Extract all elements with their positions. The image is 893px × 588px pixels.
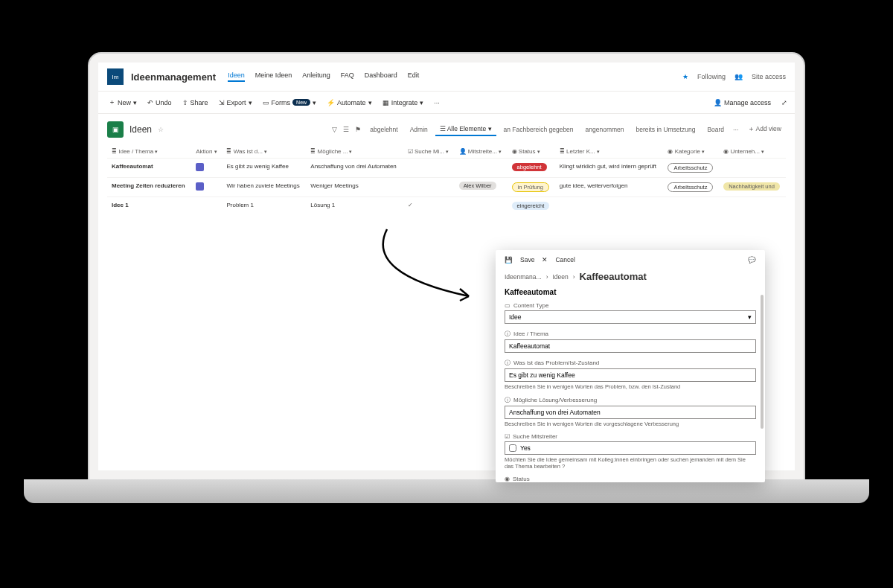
nav-edit[interactable]: Edit xyxy=(408,71,420,82)
integrate-icon: ▦ xyxy=(383,99,389,106)
forms-button[interactable]: ▭Forms New ▾ xyxy=(260,98,320,108)
status-pill: eingereicht xyxy=(512,202,550,210)
chevron-down-icon: ▾ xyxy=(368,99,372,106)
following-button[interactable]: Following xyxy=(697,73,726,80)
thema-label: ⓘIdee / Thema xyxy=(505,330,756,338)
cell-suche xyxy=(403,178,455,197)
ct-select[interactable]: Idee▾ xyxy=(505,310,756,324)
view-abgelehnt[interactable]: abgelehnt xyxy=(365,124,402,135)
person-icon: 👤 xyxy=(714,99,722,106)
lsg-hint: Beschreiben Sie in wenigen Worten die vo… xyxy=(505,421,756,427)
text-icon: ⓘ xyxy=(505,330,510,338)
site-logo[interactable]: Im xyxy=(107,68,124,85)
cell-unt xyxy=(719,197,786,215)
cell-aktion xyxy=(191,159,222,178)
nav-faq[interactable]: FAQ xyxy=(341,71,354,82)
expand-icon[interactable]: ⤢ xyxy=(781,99,787,106)
undo-button[interactable]: ↶Undo xyxy=(144,98,175,108)
text-icon: ≣ xyxy=(560,148,566,155)
cell-mit xyxy=(455,159,508,178)
cell-komm: Klingt wirklich gut, wird intern geprüft xyxy=(555,159,664,178)
cell-kat: Arbeitsschutz xyxy=(663,159,719,178)
save-icon: 💾 xyxy=(505,256,513,263)
bc-root[interactable]: Ideenmana... xyxy=(505,273,542,281)
text-icon: ⓘ xyxy=(505,396,510,404)
col-was[interactable]: ≣ Was ist d...▾ xyxy=(222,145,306,159)
nav-meine-ideen[interactable]: Meine Ideen xyxy=(255,71,292,82)
comment-icon[interactable]: 💬 xyxy=(748,256,756,263)
col-aktion[interactable]: Aktion▾ xyxy=(191,145,222,159)
yesno-icon: ☑ xyxy=(505,433,510,440)
integrate-button[interactable]: ▦Integrate ▾ xyxy=(380,98,427,108)
group-icon[interactable]: ☰ xyxy=(342,124,351,135)
lsg-label: ⓘMögliche Lösung/Verbesserung xyxy=(505,396,756,404)
problem-input[interactable]: Es gibt zu wenig Kaffee xyxy=(505,368,756,382)
person-chip[interactable]: Alex Wilber xyxy=(459,182,496,190)
new-badge: New xyxy=(292,99,310,106)
favorite-icon[interactable]: ☆ xyxy=(158,126,164,133)
thema-input[interactable]: Kaffeeautomat xyxy=(505,339,756,353)
share-button[interactable]: ⇪Share xyxy=(179,98,211,108)
cell-lsg: Lösung 1 xyxy=(306,197,403,215)
table-row[interactable]: KaffeeautomatEs gibt zu wenig KaffeeAnsc… xyxy=(107,159,786,178)
col-lsg[interactable]: ≣ Mögliche ...▾ xyxy=(306,145,403,159)
cancel-button[interactable]: Cancel xyxy=(555,256,574,263)
view-angenommen[interactable]: angenommen xyxy=(581,124,629,135)
view-board[interactable]: Board xyxy=(702,124,729,135)
site-access-button[interactable]: Site access xyxy=(752,73,786,80)
filter-icon[interactable]: ▽ xyxy=(330,124,339,135)
more-button[interactable]: ··· xyxy=(431,98,443,108)
table-row[interactable]: Meeting Zeiten reduzierenWir haben zuvie… xyxy=(107,178,786,197)
kat-pill: Arbeitsschutz xyxy=(668,182,713,192)
rules-icon[interactable]: ⚑ xyxy=(353,124,362,135)
cell-suche: ✓ xyxy=(403,197,455,215)
lsg-input[interactable]: Anschaffung von drei Automaten xyxy=(505,406,756,419)
cell-title: Idee 1 xyxy=(107,197,191,215)
teams-icon[interactable] xyxy=(196,182,204,191)
nav-anleitung[interactable]: Anleitung xyxy=(302,71,330,82)
col-suche[interactable]: ☑ Suche Mi...▾ xyxy=(403,145,455,159)
scrollbar[interactable] xyxy=(761,295,764,429)
cell-was: Wir haben zuviele Meetings xyxy=(222,178,306,197)
col-kat[interactable]: ◉ Kategorie▾ xyxy=(663,145,719,159)
more-views[interactable]: ··· xyxy=(732,124,740,135)
nav-ideen[interactable]: Ideen xyxy=(228,71,245,82)
status-pill: in Prüfung xyxy=(512,182,549,192)
col-status[interactable]: ◉ Status▾ xyxy=(508,145,555,159)
manage-access-button[interactable]: 👤Manage access xyxy=(711,98,774,108)
cell-title: Meeting Zeiten reduzieren xyxy=(107,178,191,197)
table-row[interactable]: Idee 1Problem 1Lösung 1✓eingereicht xyxy=(107,197,786,215)
cell-was: Es gibt zu wenig Kaffee xyxy=(222,159,306,178)
cell-kat: Arbeitsschutz xyxy=(663,178,719,197)
cell-lsg: Weniger Meetings xyxy=(306,178,403,197)
cell-title: Kaffeeautomat xyxy=(107,159,191,178)
view-alle-elemente[interactable]: ☰ Alle Elemente ▾ xyxy=(435,123,496,136)
share-icon: ⇪ xyxy=(182,99,188,106)
mit-checkbox[interactable]: Yes xyxy=(505,441,756,455)
export-button[interactable]: ⇲Export ▾ xyxy=(216,98,255,108)
cell-unt: Nachhaltigkeit und xyxy=(719,178,786,197)
teams-icon[interactable] xyxy=(196,163,204,171)
nav-dashboard[interactable]: Dashboard xyxy=(365,71,397,82)
text-icon: ≣ xyxy=(112,148,118,155)
automate-button[interactable]: ⚡Automate ▾ xyxy=(324,98,375,108)
top-nav: Ideen Meine Ideen Anleitung FAQ Dashboar… xyxy=(228,71,419,82)
view-admin[interactable]: Admin xyxy=(406,124,432,135)
ideas-table: ≣ Idee / Thema▾ Aktion▾ ≣ Was ist d...▾ … xyxy=(107,145,786,214)
bc-list[interactable]: Ideen xyxy=(552,273,568,281)
cell-aktion xyxy=(191,197,222,215)
view-umsetzung[interactable]: bereits in Umsetzung xyxy=(632,124,700,135)
col-mit[interactable]: 👤 Mitstreite...▾ xyxy=(455,145,508,159)
col-thema[interactable]: ≣ Idee / Thema▾ xyxy=(107,145,191,159)
chevron-down-icon: ▾ xyxy=(249,99,252,106)
col-komm[interactable]: ≣ Letzter K...▾ xyxy=(555,145,664,159)
mit-label: ☑Suche Mitstreiter xyxy=(505,433,756,440)
laptop-base xyxy=(24,479,869,503)
col-unt[interactable]: ◉ Unterneh...▾ xyxy=(719,145,786,159)
chevron-down-icon: ▾ xyxy=(133,99,137,106)
view-fachbereich[interactable]: an Fachbereich gegeben xyxy=(499,124,578,135)
new-button[interactable]: ＋New ▾ xyxy=(106,96,140,109)
choice-icon: ◉ xyxy=(723,148,730,155)
add-view-button[interactable]: ＋ Add view xyxy=(743,123,786,136)
save-button[interactable]: Save xyxy=(520,256,534,263)
